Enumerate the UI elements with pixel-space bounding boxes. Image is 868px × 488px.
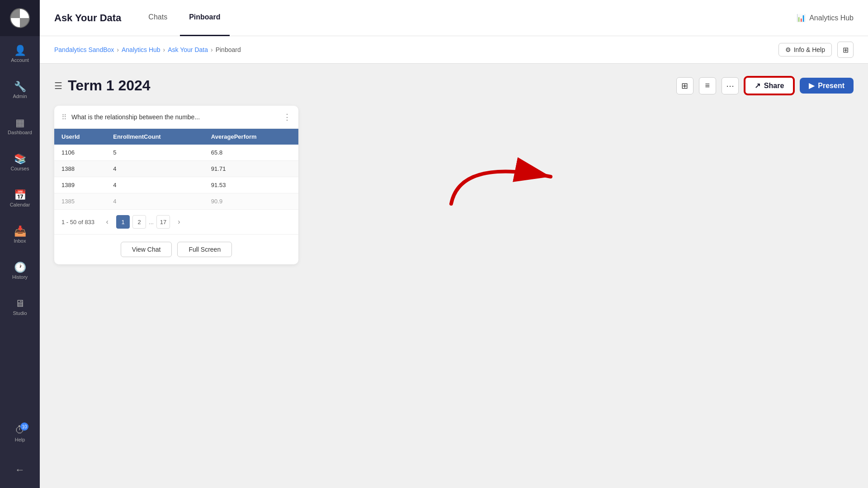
table-row: 1106565.8 <box>54 145 298 161</box>
page-btn-2[interactable]: 2 <box>132 215 146 229</box>
col-header-userid[interactable]: UserId <box>54 129 106 145</box>
grid-icon: ⊞ <box>681 81 688 91</box>
pagination-next[interactable]: › <box>173 216 185 228</box>
view-chat-button[interactable]: View Chat <box>121 242 172 257</box>
more-options-button[interactable]: ⋯ <box>722 77 739 94</box>
breadcrumb-ask-your-data[interactable]: Ask Your Data <box>168 46 208 53</box>
breadcrumb-sep-1: › <box>117 46 119 53</box>
sidebar-item-dashboard[interactable]: ▦ Dashboard <box>0 108 40 145</box>
list-view-button[interactable]: ≡ <box>699 77 716 94</box>
full-screen-button[interactable]: Full Screen <box>177 242 232 257</box>
calendar-icon: 📅 <box>14 190 26 200</box>
admin-icon: 🔧 <box>14 82 26 92</box>
sidebar-collapse-button[interactable]: ← <box>0 452 40 488</box>
breadcrumb: Pandalytics SandBox › Analytics Hub › As… <box>54 46 241 53</box>
table-row: 1389491.53 <box>54 177 298 193</box>
tab-pinboard[interactable]: Pinboard <box>180 0 229 36</box>
breadcrumb-analytics-hub[interactable]: Analytics Hub <box>122 46 160 53</box>
breadcrumb-current: Pinboard <box>216 46 241 53</box>
share-button[interactable]: ↗ Share <box>744 76 794 95</box>
page-content: ☰ Term 1 2024 ⊞ ≡ ⋯ ↗ Share ▶ <box>40 64 868 488</box>
app-logo <box>10 8 30 28</box>
pagination-prev[interactable]: ‹ <box>101 216 113 228</box>
pagination-range: 1 - 50 of 833 <box>61 219 94 225</box>
col-header-performance[interactable]: AveragePerform <box>204 129 298 145</box>
history-icon: 🕐 <box>14 263 26 272</box>
info-help-button[interactable]: ⚙ Info & Help <box>778 43 832 56</box>
studio-icon: 🖥 <box>15 299 25 309</box>
dashboard-icon: ▦ <box>15 118 25 128</box>
share-small-icon: ⊞ <box>843 46 849 54</box>
main-content: Ask Your Data Chats Pinboard 📊 Analytics… <box>40 0 868 488</box>
breadcrumb-bar: Pandalytics SandBox › Analytics Hub › As… <box>40 36 868 64</box>
sidebar-item-account[interactable]: 👤 Account <box>0 36 40 72</box>
sidebar-logo <box>0 0 40 36</box>
inbox-icon: 📥 <box>14 226 26 236</box>
sidebar-item-courses[interactable]: 📚 Courses <box>0 145 40 181</box>
page-title-area: ☰ Term 1 2024 <box>54 77 151 94</box>
share-label: Share <box>764 82 784 90</box>
hamburger-icon[interactable]: ☰ <box>54 80 62 91</box>
sidebar-item-history[interactable]: 🕐 History <box>0 253 40 289</box>
collapse-icon: ← <box>15 464 25 476</box>
pagination: 1 - 50 of 833 ‹ 1 2 ... 17 › <box>54 209 298 234</box>
data-table: UserId EnrollmentCount AveragePerform 11… <box>54 129 298 209</box>
page-header: ☰ Term 1 2024 ⊞ ≡ ⋯ ↗ Share ▶ <box>54 76 854 95</box>
card-footer: View Chat Full Screen <box>54 234 298 264</box>
tab-chats[interactable]: Chats <box>139 0 176 36</box>
courses-icon: 📚 <box>14 154 26 164</box>
gear-icon: ⚙ <box>785 46 791 53</box>
nav-tabs: Chats Pinboard <box>139 0 229 36</box>
sidebar-item-help[interactable]: ⏱ 10 Help <box>0 416 40 452</box>
col-header-enrollment[interactable]: EnrollmentCount <box>106 129 204 145</box>
annotation-arrow <box>424 141 605 213</box>
grid-view-button[interactable]: ⊞ <box>676 77 693 94</box>
page-title: Term 1 2024 <box>68 77 151 94</box>
drag-handle-icon[interactable]: ⠿ <box>61 113 67 122</box>
help-notification-badge: 10 <box>20 422 28 431</box>
card-more-menu[interactable]: ⋮ <box>283 112 291 122</box>
page-btn-1[interactable]: 1 <box>116 215 130 229</box>
data-card: ⠿ What is the relationship between the n… <box>54 106 298 264</box>
card-title-row: ⠿ What is the relationship between the n… <box>61 113 200 122</box>
top-navigation: Ask Your Data Chats Pinboard 📊 Analytics… <box>40 0 868 36</box>
breadcrumb-actions: ⚙ Info & Help ⊞ <box>778 42 854 58</box>
card-title: What is the relationship between the num… <box>71 113 200 121</box>
page-btn-17[interactable]: 17 <box>156 215 170 229</box>
present-button[interactable]: ▶ Present <box>800 78 854 94</box>
analytics-hub-label: Analytics Hub <box>809 14 854 22</box>
analytics-hub-icon: 📊 <box>797 14 806 22</box>
share-icon-button[interactable]: ⊞ <box>837 42 854 58</box>
sidebar-item-studio[interactable]: 🖥 Studio <box>0 289 40 325</box>
help-badge-container: ⏱ 10 <box>15 425 25 435</box>
breadcrumb-sep-3: › <box>211 46 213 53</box>
table-row: 1385490.9 <box>54 193 298 210</box>
table-row: 1388491.71 <box>54 161 298 177</box>
share-icon: ↗ <box>755 81 760 90</box>
account-icon: 👤 <box>14 46 26 56</box>
breadcrumb-sep-2: › <box>163 46 165 53</box>
sidebar-item-inbox[interactable]: 📥 Inbox <box>0 217 40 253</box>
info-help-label: Info & Help <box>794 46 825 53</box>
nav-right: 📊 Analytics Hub <box>797 14 854 22</box>
page-actions: ⊞ ≡ ⋯ ↗ Share ▶ Present <box>676 76 854 95</box>
card-header: ⠿ What is the relationship between the n… <box>54 106 298 129</box>
sidebar-item-admin[interactable]: 🔧 Admin <box>0 72 40 108</box>
table-body: 1106565.81388491.711389491.531385490.9 <box>54 145 298 209</box>
pagination-ellipsis: ... <box>149 219 154 225</box>
analytics-hub-button[interactable]: 📊 Analytics Hub <box>797 14 854 22</box>
list-icon: ≡ <box>705 81 710 90</box>
more-icon: ⋯ <box>726 81 734 91</box>
table-header-row: UserId EnrollmentCount AveragePerform <box>54 129 298 145</box>
present-label: Present <box>818 82 844 90</box>
sidebar: 👤 Account 🔧 Admin ▦ Dashboard 📚 Courses … <box>0 0 40 488</box>
breadcrumb-pandalytics[interactable]: Pandalytics SandBox <box>54 46 114 53</box>
present-icon: ▶ <box>809 81 814 90</box>
sidebar-item-calendar[interactable]: 📅 Calendar <box>0 181 40 217</box>
app-title: Ask Your Data <box>54 12 121 24</box>
